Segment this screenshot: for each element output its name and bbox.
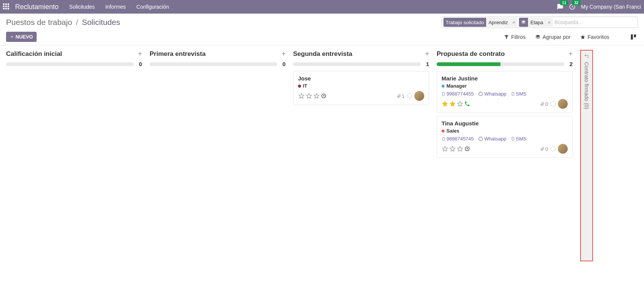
breadcrumb-parent[interactable]: Puestos de trabajo: [6, 18, 72, 26]
kanban-card[interactable]: Jose IT 1: [293, 71, 429, 105]
star-icon[interactable]: [313, 93, 320, 99]
attachment-count[interactable]: 0: [540, 146, 548, 152]
nav-item-configuracion[interactable]: Configuración: [136, 4, 169, 10]
avatar[interactable]: [414, 91, 424, 101]
priority-stars[interactable]: [442, 100, 470, 107]
activity-indicator[interactable]: [550, 146, 556, 151]
groupby-button[interactable]: Agrupar por: [535, 34, 570, 40]
sms-icon: [511, 91, 515, 96]
paperclip-icon: [540, 147, 545, 151]
search-facet-stage: Etapa ×: [519, 18, 553, 27]
column-count: 0: [137, 61, 142, 67]
kanban-card[interactable]: Marie Justine Manager 9988774455 Whatsap…: [437, 71, 573, 113]
collapsed-title: Contrato firmado (0): [584, 62, 590, 109]
kanban-board: Calificación inicial + 0 Primera entrevi…: [0, 45, 644, 285]
column-title[interactable]: Primera entrevista: [150, 50, 205, 58]
main-navbar: Reclutamiento Solicitudes Informes Confi…: [0, 0, 644, 14]
whatsapp-link[interactable]: Whatsapp: [478, 91, 507, 97]
facet-remove-icon[interactable]: ×: [545, 19, 553, 26]
star-icon[interactable]: [449, 100, 456, 107]
star-icon[interactable]: [306, 93, 312, 99]
add-card-icon[interactable]: +: [425, 50, 429, 58]
star-icon[interactable]: [298, 93, 305, 99]
attachment-count[interactable]: 0: [540, 101, 548, 107]
filters-button[interactable]: Filtros: [504, 34, 525, 40]
mobile-icon: [442, 136, 445, 142]
kanban-card[interactable]: Tina Augustie Sales 9898745745 Whatsapp …: [437, 116, 573, 158]
mobile-icon: [442, 91, 445, 97]
add-card-icon[interactable]: +: [138, 50, 142, 58]
card-name: Jose: [298, 75, 424, 82]
expand-icon: [584, 54, 589, 59]
favorites-button[interactable]: Favoritos: [580, 34, 609, 40]
kanban-view-icon[interactable]: [629, 32, 638, 42]
search-box[interactable]: Trabajo solicitado Aprendiz × Etapa ×: [442, 17, 638, 28]
star-icon[interactable]: [457, 100, 463, 107]
search-input[interactable]: [554, 19, 636, 25]
star-icon[interactable]: [442, 145, 448, 152]
whatsapp-link[interactable]: Whatsapp: [478, 136, 507, 142]
facet-remove-icon[interactable]: ×: [510, 19, 518, 26]
tag-label: IT: [303, 83, 307, 89]
paperclip-icon: [397, 94, 401, 98]
nav-item-informes[interactable]: Informes: [105, 4, 126, 10]
phone-link[interactable]: 9988774455: [442, 91, 474, 97]
nav-item-solicitudes[interactable]: Solicitudes: [69, 4, 95, 10]
app-name[interactable]: Reclutamiento: [15, 3, 59, 11]
activity-indicator[interactable]: [550, 101, 556, 106]
messages-badge: 11: [560, 0, 568, 5]
svg-rect-1: [631, 34, 633, 40]
svg-point-8: [479, 137, 483, 141]
clock-icon[interactable]: [321, 93, 327, 99]
apps-icon[interactable]: [3, 3, 10, 10]
phone-link[interactable]: 9898745745: [442, 136, 474, 142]
svg-rect-4: [443, 92, 445, 95]
column-count: 0: [280, 61, 286, 67]
new-button[interactable]: NUEVO: [6, 32, 37, 42]
nav-menu: Solicitudes Informes Configuración: [69, 4, 178, 10]
kanban-column: Calificación inicial + 0: [6, 50, 142, 71]
star-icon[interactable]: [449, 145, 456, 152]
collapsed-column[interactable]: Contrato firmado (0): [580, 50, 593, 261]
column-title[interactable]: Calificación inicial: [6, 50, 62, 58]
kanban-column: Propuesta de contrato + 2 Marie Justine …: [437, 50, 573, 161]
svg-rect-7: [443, 137, 445, 140]
control-panel: Puestos de trabajo / Solicitudes Trabajo…: [0, 14, 644, 45]
company-selector[interactable]: My Company (San Franci: [581, 4, 641, 10]
tag-label: Sales: [446, 128, 459, 134]
tag-label: Manager: [446, 83, 466, 89]
star-icon: [580, 34, 585, 40]
star-icon[interactable]: [442, 100, 448, 107]
activities-badge: 32: [572, 0, 580, 5]
card-name: Tina Augustie: [442, 120, 568, 127]
activity-indicator[interactable]: [407, 93, 412, 99]
add-card-icon[interactable]: +: [568, 50, 573, 58]
clock-icon[interactable]: [464, 146, 470, 152]
facet-label: Trabajo solicitado: [443, 18, 486, 27]
column-title[interactable]: Propuesta de contrato: [437, 50, 505, 58]
paperclip-icon: [540, 102, 545, 106]
svg-rect-6: [512, 92, 514, 95]
sms-link[interactable]: SMS: [511, 91, 527, 97]
activities-icon[interactable]: 32: [569, 3, 576, 10]
column-progress: [437, 62, 564, 66]
breadcrumb-sep: /: [76, 18, 78, 26]
messages-icon[interactable]: 11: [557, 3, 564, 10]
priority-stars[interactable]: [298, 93, 327, 99]
attachment-count[interactable]: 1: [397, 93, 405, 99]
phone-icon[interactable]: [464, 101, 470, 107]
add-card-icon[interactable]: +: [281, 50, 286, 58]
column-title[interactable]: Segunda entrevista: [293, 50, 352, 58]
avatar[interactable]: [558, 99, 568, 109]
svg-rect-9: [512, 137, 514, 140]
sms-icon: [511, 136, 515, 141]
search-facet-job: Trabajo solicitado Aprendiz ×: [443, 18, 517, 27]
tag-dot: [442, 130, 445, 133]
layers-icon: [535, 34, 541, 40]
column-progress: [6, 62, 134, 66]
facet-value: Etapa: [528, 19, 545, 26]
star-icon[interactable]: [457, 145, 463, 152]
sms-link[interactable]: SMS: [511, 136, 527, 142]
priority-stars[interactable]: [442, 145, 470, 152]
avatar[interactable]: [558, 144, 568, 154]
